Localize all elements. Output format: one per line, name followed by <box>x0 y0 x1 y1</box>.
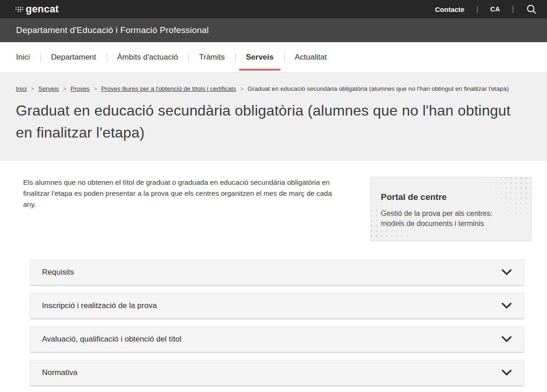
portal-de-centre-card[interactable]: Portal de centre Gestió de la prova per … <box>370 177 531 241</box>
nav-item-ambits[interactable]: Àmbits d'actuació <box>107 42 189 72</box>
chevron-down-icon <box>502 303 512 309</box>
page-title: Graduat en educació secundària obligatòr… <box>16 99 520 144</box>
main-content: Els alumnes que no obtenen el títol de g… <box>16 161 531 386</box>
accordion-label: Avaluació, qualificació i obtenció del t… <box>42 335 182 344</box>
contact-link[interactable]: Contacte <box>435 6 464 13</box>
nav-item-label: Actualitat <box>295 53 327 62</box>
nav-item-label: Tràmits <box>199 53 225 62</box>
accordion-requisits[interactable]: Requisits <box>30 259 524 285</box>
department-title[interactable]: Departament d'Educació i Formació Profes… <box>16 25 209 35</box>
breadcrumb-separator-icon: > <box>31 86 34 92</box>
gencat-logo[interactable]: gencat <box>15 3 59 15</box>
accordion-label: Requisits <box>42 268 74 277</box>
topbar-actions: Contacte | CA | <box>435 4 537 15</box>
breadcrumb-separator-icon: > <box>94 86 97 92</box>
nav-item-label: Departament <box>51 53 96 62</box>
breadcrumb-link-proves[interactable]: Proves <box>71 85 90 92</box>
nav-item-inici[interactable]: Inici <box>6 42 40 72</box>
nav-item-label: Àmbits d'actuació <box>117 53 178 62</box>
language-selector[interactable]: CA <box>490 6 500 13</box>
gencat-logo-text: gencat <box>26 3 59 15</box>
accordion-label: Inscripció i realització de la prova <box>42 301 157 310</box>
chevron-down-icon <box>502 336 512 342</box>
accordion-normativa[interactable]: Normativa <box>30 360 524 386</box>
active-tab-underline <box>239 69 281 71</box>
accordion-inscripcio[interactable]: Inscripció i realització de la prova <box>30 293 524 319</box>
breadcrumb-link-inici[interactable]: Inici <box>16 85 27 92</box>
accordion-list: Requisits Inscripció i realització de la… <box>30 259 524 386</box>
intro-paragraph: Els alumnes que no obtenen el títol de g… <box>16 177 337 210</box>
topbar-separator: | <box>476 5 478 14</box>
top-utility-bar: gencat Contacte | CA | <box>0 0 547 18</box>
chevron-down-icon <box>502 370 512 376</box>
breadcrumb: Inici > Serveis > Proves > Proves lliure… <box>16 85 531 92</box>
chevron-down-icon <box>502 269 512 276</box>
topbar-separator: | <box>512 5 514 14</box>
nav-item-label: Inici <box>16 53 30 62</box>
main-navigation: Inici Departament Àmbits d'actuació Tràm… <box>0 42 547 73</box>
breadcrumb-separator-icon: > <box>240 86 243 92</box>
breadcrumb-link-serveis[interactable]: Serveis <box>39 85 59 92</box>
card-description: Gestió de la prova per als centres: mode… <box>381 209 500 229</box>
department-bar: Departament d'Educació i Formació Profes… <box>0 18 547 42</box>
accordion-label: Normativa <box>42 368 77 377</box>
breadcrumb-separator-icon: > <box>63 86 66 92</box>
breadcrumb-current: Graduat en educació secundària obligatòr… <box>248 85 509 92</box>
accordion-avaluacio[interactable]: Avaluació, qualificació i obtenció del t… <box>30 326 524 352</box>
page-title-band: Inici > Serveis > Proves > Proves lliure… <box>0 73 547 161</box>
nav-item-label: Serveis <box>246 53 274 62</box>
card-title: Portal de centre <box>381 192 521 202</box>
nav-item-actualitat[interactable]: Actualitat <box>284 42 337 72</box>
search-icon <box>526 4 537 15</box>
nav-item-tramits[interactable]: Tràmits <box>188 42 235 72</box>
nav-item-serveis[interactable]: Serveis <box>235 42 284 72</box>
gencat-logo-dots-icon <box>15 4 24 14</box>
nav-item-departament[interactable]: Departament <box>40 42 106 72</box>
breadcrumb-link-proves-lliures[interactable]: Proves lliures per a l'obtenció de títol… <box>101 85 236 92</box>
search-button[interactable] <box>526 4 537 15</box>
